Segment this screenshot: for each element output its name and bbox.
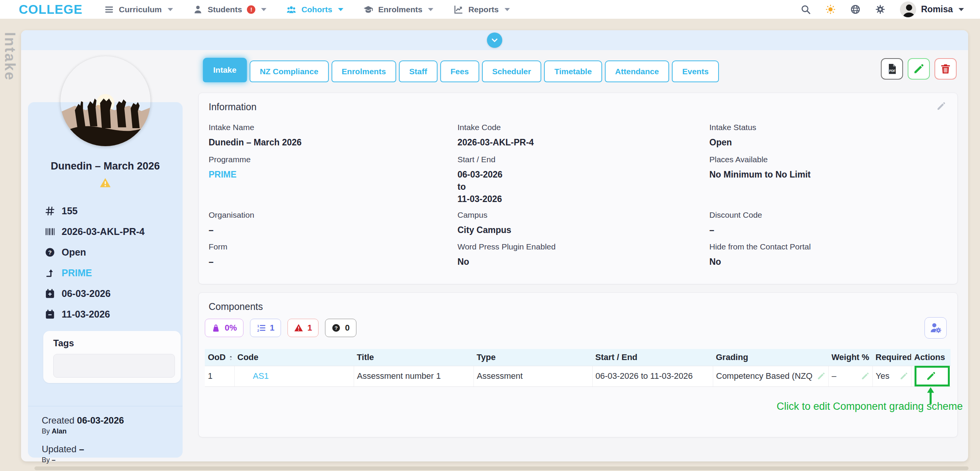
list-item-status: Open <box>45 246 145 258</box>
nav-label: Students <box>208 5 242 14</box>
hamburger-icon <box>104 5 114 15</box>
nav-label: Enrolments <box>378 5 423 14</box>
nav-students[interactable]: Students ! <box>193 5 267 15</box>
user-menu[interactable]: Romisa <box>900 2 964 18</box>
field-value: 2026-03-AKL-PR-4 <box>457 136 534 148</box>
tab-fees[interactable]: Fees <box>440 60 479 82</box>
badge-value: 1 <box>270 323 274 333</box>
column-start-end: Start / End <box>592 349 713 366</box>
cell-required: Yes <box>872 366 911 386</box>
field-programme: Programme PRIME <box>209 155 251 181</box>
table-header-row: OoD Code Title Type Start / End Grading … <box>205 349 951 366</box>
sort-icon <box>228 355 234 361</box>
field-label: Discount Code <box>709 210 762 220</box>
edit-grading-icon[interactable] <box>817 372 825 380</box>
tags-input[interactable] <box>53 354 175 378</box>
annotation-text: Click to edit Component grading scheme <box>777 401 963 412</box>
nav-label: Curriculum <box>119 5 162 14</box>
programme-link[interactable]: PRIME <box>62 267 92 279</box>
chevron-down-icon <box>505 8 510 11</box>
nav-cohorts[interactable]: Cohorts <box>286 5 343 15</box>
warning-count-badge[interactable]: 1 <box>287 319 318 337</box>
edit-component-grading-button[interactable] <box>926 371 936 381</box>
to-label: to <box>457 181 503 193</box>
collapse-toggle-button[interactable] <box>487 33 502 48</box>
table-row[interactable]: 1 AS1 Assessment number 1 Assessment 06-… <box>205 366 951 386</box>
field-value: No <box>709 256 811 268</box>
created-label: Created <box>42 415 74 425</box>
nav-reports[interactable]: Reports <box>453 5 510 15</box>
chart-icon <box>453 5 463 15</box>
field-value: Open <box>709 136 756 148</box>
question-circle-icon <box>332 323 341 332</box>
brand-logo[interactable]: COLLEGE <box>19 2 83 17</box>
badge-value: 0% <box>225 323 237 333</box>
export-pdf-button[interactable] <box>881 58 903 80</box>
edit-required-icon[interactable] <box>900 372 908 380</box>
updated-by-line: By – <box>42 456 124 464</box>
field-intake-status: Intake Status Open <box>709 123 756 148</box>
component-code-link[interactable]: AS1 <box>253 371 269 381</box>
tab-nz-compliance[interactable]: NZ Compliance <box>250 60 329 82</box>
field-value: Dunedin – March 2026 <box>209 136 302 148</box>
field-label: Hide from the Contact Portal <box>709 242 811 251</box>
globe-icon[interactable] <box>850 4 861 15</box>
sort-control[interactable] <box>228 355 234 361</box>
delete-intake-button[interactable] <box>934 58 957 80</box>
unknown-count-badge[interactable]: 0 <box>325 319 356 337</box>
end-date: 11-03-2026 <box>62 309 110 320</box>
ordered-list-icon <box>256 323 266 332</box>
component-count-badge[interactable]: 1 <box>250 319 281 337</box>
intake-detail-card: Dunedin – March 2026 155 2026-03-AKL-PR-… <box>21 30 968 461</box>
tags-title: Tags <box>53 338 175 349</box>
search-icon[interactable] <box>800 4 811 15</box>
field-value: – <box>709 224 762 236</box>
trash-icon <box>940 63 951 75</box>
panel-title: Components <box>209 301 263 312</box>
tab-intake[interactable]: Intake <box>203 58 247 82</box>
field-organisation: Organisation – <box>209 210 254 236</box>
tab-events[interactable]: Events <box>672 60 719 82</box>
field-intake-code: Intake Code 2026-03-AKL-PR-4 <box>457 123 534 148</box>
components-panel: Components 0% 1 1 0 <box>198 292 958 437</box>
column-code: Code <box>234 349 354 366</box>
tab-attendance[interactable]: Attendance <box>605 60 669 82</box>
nav-enrolments[interactable]: Enrolments <box>363 5 434 15</box>
field-label: Intake Code <box>457 123 534 132</box>
horizontal-scrollbar[interactable] <box>34 466 969 470</box>
intake-summary-sidebar: Dunedin – March 2026 155 2026-03-AKL-PR-… <box>28 102 183 458</box>
programme-link[interactable]: PRIME <box>209 168 251 181</box>
tab-enrolments[interactable]: Enrolments <box>332 60 397 82</box>
nav-curriculum[interactable]: Curriculum <box>104 5 173 15</box>
tab-staff[interactable]: Staff <box>399 60 438 82</box>
theme-sun-icon[interactable] <box>825 4 836 15</box>
tab-scheduler[interactable]: Scheduler <box>482 60 542 82</box>
question-circle-icon <box>45 247 55 258</box>
field-label: Intake Status <box>709 123 756 132</box>
cell-weight: – <box>828 366 872 386</box>
edit-weight-icon[interactable] <box>861 372 869 380</box>
updated-line: Updated – <box>42 444 124 455</box>
component-groups-button[interactable] <box>924 317 947 339</box>
weight-percent-badge[interactable]: 0% <box>205 319 243 337</box>
gear-icon[interactable] <box>875 4 885 15</box>
chevron-down-icon <box>959 8 964 11</box>
column-weight: Weight % <box>828 349 872 366</box>
field-intake-name: Intake Name Dunedin – March 2026 <box>209 123 302 148</box>
warning-icon <box>294 323 303 332</box>
tab-timetable[interactable]: Timetable <box>544 60 602 82</box>
calendar-plus-icon <box>45 288 55 299</box>
cell-grading: Competency Based (NZQ <box>713 366 828 386</box>
field-start-end: Start / End 06-03-2026 to 11-03-2026 <box>457 155 503 205</box>
record-actions <box>881 58 957 80</box>
warning-indicator[interactable] <box>28 177 183 189</box>
components-table: OoD Code Title Type Start / End Grading … <box>205 349 951 387</box>
field-label: Places Available <box>709 155 810 164</box>
intake-summary-list: 155 2026-03-AKL-PR-4 Open PRIME 06-03-20… <box>45 205 145 320</box>
list-item-number: 155 <box>45 205 145 217</box>
audit-meta: Created 06-03-2026 By Alan Updated – By … <box>42 415 124 464</box>
chevron-down-icon <box>168 8 173 11</box>
edit-information-icon[interactable] <box>936 101 946 111</box>
weight-icon <box>211 323 220 332</box>
edit-intake-button[interactable] <box>908 58 930 80</box>
